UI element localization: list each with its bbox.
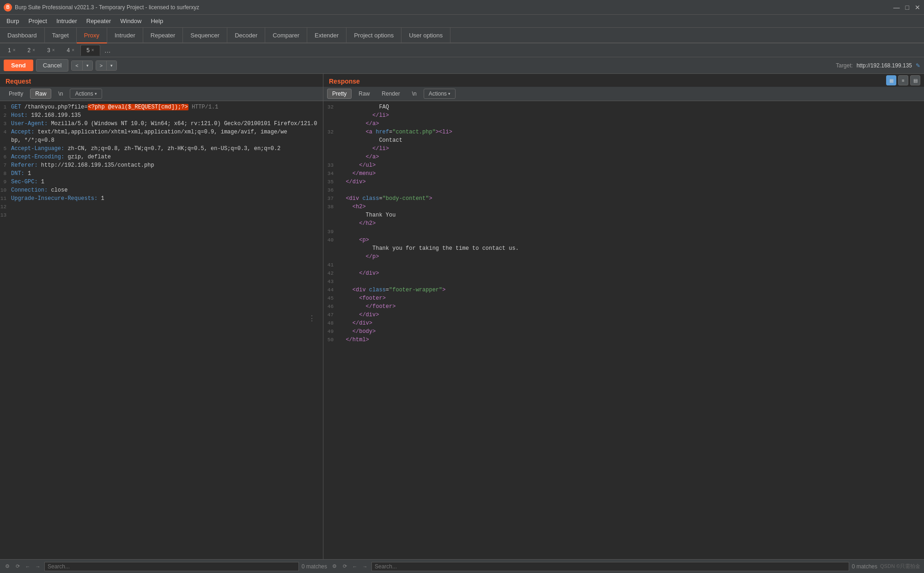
topnav-tab-target[interactable]: Target: [45, 28, 77, 42]
view-toggle-group: ▦ ≡ ▤: [886, 75, 920, 85]
request-actions-button[interactable]: Actions ▾: [70, 89, 102, 99]
subtab-close-icon[interactable]: ×: [72, 48, 74, 53]
response-line-number: 46: [323, 302, 337, 311]
response-line: </li>: [323, 111, 924, 120]
view-compact-button[interactable]: ▤: [910, 75, 920, 85]
response-line: </a>: [323, 120, 924, 128]
menubar-item-intruder[interactable]: Intruder: [52, 16, 82, 26]
subtab-close-icon[interactable]: ×: [52, 48, 55, 53]
nav-prev-button[interactable]: <: [72, 61, 82, 70]
close-button[interactable]: ✕: [915, 4, 920, 11]
subtab-close-icon[interactable]: ×: [91, 48, 94, 53]
statusbar-right-back-icon[interactable]: ←: [351, 563, 359, 570]
subtab-close-icon[interactable]: ×: [32, 48, 35, 53]
topnav-tab-extender[interactable]: Extender: [307, 28, 346, 42]
top-navigation: DashboardTargetProxyIntruderRepeaterSequ…: [0, 28, 924, 43]
statusbar-right-settings-icon[interactable]: ⚙: [331, 563, 338, 570]
request-pretty-tab[interactable]: Pretty: [4, 89, 28, 99]
subtab-…[interactable]: …: [100, 44, 115, 56]
nav-next-dropdown-button[interactable]: ▾: [107, 61, 116, 70]
topnav-tab-sequencer[interactable]: Sequencer: [183, 28, 227, 42]
response-line-content: </a>: [337, 120, 924, 128]
menubar-item-project[interactable]: Project: [24, 16, 51, 26]
response-line-content: </body>: [337, 327, 924, 336]
topnav-tab-intruder[interactable]: Intruder: [107, 28, 143, 42]
subtab-close-icon[interactable]: ×: [13, 48, 16, 53]
response-render-tab[interactable]: Render: [377, 89, 405, 99]
request-dots-menu[interactable]: ⋮: [304, 314, 319, 323]
response-line-content: <div class="body-content">: [337, 194, 924, 203]
request-tab-row: Pretty Raw \n Actions ▾: [0, 87, 323, 101]
edit-target-icon[interactable]: ✎: [916, 62, 920, 69]
cancel-button[interactable]: Cancel: [36, 59, 68, 72]
response-line-content: </h2>: [337, 219, 924, 228]
maximize-button[interactable]: □: [906, 4, 909, 11]
subtab-2[interactable]: 2 ×: [22, 45, 42, 56]
menubar-item-window[interactable]: Window: [116, 16, 146, 26]
request-line: 10Connection: close: [0, 186, 323, 194]
nav-prev-dropdown-button[interactable]: ▾: [83, 61, 92, 70]
response-code-area[interactable]: 32 FAQ </li> </a>32 <a href="contact.php…: [323, 101, 924, 559]
subtab-5[interactable]: 5 ×: [80, 45, 100, 56]
line-content: Accept: text/html,application/xhtml+xml,…: [9, 128, 323, 145]
subtab-1[interactable]: 1 ×: [2, 45, 22, 56]
request-newline-tab[interactable]: \n: [53, 89, 68, 99]
topnav-tab-decoder[interactable]: Decoder: [227, 28, 265, 42]
response-line-content: </li>: [337, 145, 924, 153]
response-line: 48 </div>: [323, 319, 924, 327]
line-number: 12: [0, 203, 9, 211]
response-line-content: Thank you for taking the time to contact…: [337, 244, 924, 253]
menubar-item-help[interactable]: Help: [146, 16, 168, 26]
statusbar-forward-icon[interactable]: →: [34, 563, 42, 570]
response-line-content: </ul>: [337, 161, 924, 169]
request-line: 3User-Agent: Mozilla/5.0 (Windows NT 10.…: [0, 120, 323, 128]
statusbar-settings-icon[interactable]: ⚙: [4, 563, 11, 570]
request-code-area[interactable]: 1GET /thankyou.php?file=<?php @eval($_RE…: [0, 101, 323, 559]
subtab-3[interactable]: 3 ×: [41, 45, 61, 56]
request-matches-label: 0 matches: [302, 563, 327, 570]
send-button[interactable]: Send: [4, 60, 33, 71]
topnav-tab-project-options[interactable]: Project options: [346, 28, 401, 42]
request-line: 8DNT: 1: [0, 169, 323, 178]
line-number: 11: [0, 194, 9, 203]
request-line: 4Accept: text/html,application/xhtml+xml…: [0, 128, 323, 145]
line-number: 2: [0, 111, 9, 120]
response-line: 41: [323, 261, 924, 269]
response-line: 46 </footer>: [323, 302, 924, 311]
topnav-tab-proxy[interactable]: Proxy: [77, 28, 107, 43]
nav-next-button[interactable]: >: [96, 61, 107, 70]
line-number: 9: [0, 178, 9, 186]
response-search-input[interactable]: [371, 562, 849, 571]
statusbar-right-refresh-icon[interactable]: ⟳: [341, 563, 348, 570]
main-split-pane: Request Pretty Raw \n Actions ▾ 1GET /th…: [0, 74, 924, 559]
statusbar-back-icon[interactable]: ←: [24, 563, 31, 570]
bottom-right-text: QSDN ©只需拍金: [880, 563, 920, 570]
response-newline-tab[interactable]: \n: [407, 89, 422, 99]
response-line-content: <p>: [337, 236, 924, 244]
request-raw-tab[interactable]: Raw: [30, 89, 51, 99]
view-list-button[interactable]: ≡: [898, 75, 908, 85]
response-actions-button[interactable]: Actions ▾: [424, 89, 456, 99]
topnav-tab-dashboard[interactable]: Dashboard: [0, 28, 45, 42]
topnav-tab-comparer[interactable]: Comparer: [265, 28, 307, 42]
statusbar-right-forward-icon[interactable]: →: [361, 563, 369, 570]
response-line: 42 </div>: [323, 269, 924, 277]
menubar-item-burp[interactable]: Burp: [2, 16, 24, 26]
response-raw-tab[interactable]: Raw: [353, 89, 375, 99]
topnav-tab-repeater[interactable]: Repeater: [143, 28, 183, 42]
response-line: 39: [323, 228, 924, 236]
response-line: </p>: [323, 253, 924, 261]
response-line: 32 <a href="contact.php"><li>: [323, 128, 924, 136]
response-line-content: </html>: [337, 336, 924, 344]
line-content: Upgrade-Insecure-Requests: 1: [9, 194, 323, 203]
response-line-number: 35: [323, 178, 337, 186]
response-pretty-tab[interactable]: Pretty: [327, 89, 352, 99]
view-grid-button[interactable]: ▦: [886, 75, 896, 85]
minimize-button[interactable]: —: [894, 4, 900, 11]
statusbar-refresh-icon[interactable]: ⟳: [14, 563, 21, 570]
response-line-content: <a href="contact.php"><li>: [337, 128, 924, 136]
topnav-tab-user-options[interactable]: User options: [401, 28, 450, 42]
menubar-item-repeater[interactable]: Repeater: [82, 16, 116, 26]
subtab-4[interactable]: 4 ×: [61, 45, 81, 56]
request-search-input[interactable]: [44, 562, 299, 571]
